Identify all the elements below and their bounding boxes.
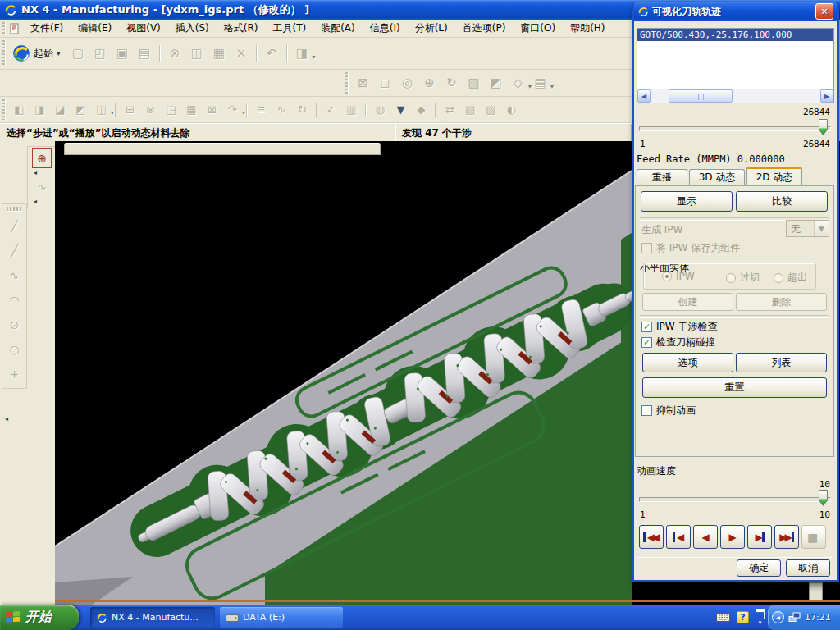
- gcode-hscrollbar[interactable]: ◀ ▶: [637, 89, 833, 103]
- generate-toolpath-icon[interactable]: ≡: [251, 100, 272, 120]
- holder-collision-checkbox[interactable]: ✓ 检查刀柄碰撞: [641, 336, 715, 349]
- motion-slider-track[interactable]: [639, 126, 831, 131]
- curve-tools-button[interactable]: ∿: [32, 177, 52, 197]
- delete-object-icon[interactable]: ⊠: [202, 100, 222, 120]
- magnify-icon[interactable]: ⊕: [418, 72, 441, 94]
- toolbar-collapse-arrow-icon[interactable]: ◂: [3, 414, 10, 423]
- speed-slider-track[interactable]: [639, 497, 831, 502]
- tab-3d-dynamic[interactable]: 3D 动态: [689, 169, 745, 185]
- create-program-icon[interactable]: ◧: [9, 100, 30, 120]
- snapshot-icon[interactable]: ◨: [291, 43, 313, 64]
- play-backward-button[interactable]: ◀: [693, 525, 718, 549]
- taskbar-task-nx[interactable]: NX 4 - Manufactu...: [90, 607, 215, 628]
- output-clsf-icon[interactable]: ▨: [481, 100, 501, 120]
- dialog-title-bar[interactable]: 可视化刀轨轨迹 ✕: [634, 2, 837, 21]
- circle-icon[interactable]: ○: [6, 337, 24, 362]
- collapsed-toolbar-strip[interactable]: [64, 143, 381, 155]
- template-settings-icon[interactable]: ◐: [501, 100, 522, 120]
- skip-to-end-button[interactable]: ▶▶: [774, 525, 799, 549]
- help-tray-icon[interactable]: ?: [737, 611, 749, 623]
- fit-view-icon[interactable]: ⊠: [352, 72, 374, 94]
- delete-icon[interactable]: ×: [231, 43, 253, 64]
- toolbar-grip[interactable]: [7, 207, 22, 212]
- stop-button[interactable]: ■: [801, 525, 826, 549]
- create-operation-icon[interactable]: ◫: [91, 100, 112, 120]
- menu-item[interactable]: 插入(S): [168, 19, 217, 38]
- wireframe-view-icon[interactable]: ◇: [507, 72, 529, 94]
- skip-to-start-button[interactable]: ◀◀: [639, 525, 664, 549]
- facet-radio[interactable]: 超出: [774, 271, 807, 285]
- paste-icon[interactable]: ▦: [208, 43, 231, 64]
- create-method-icon[interactable]: ◩: [71, 100, 91, 120]
- save-ipw-checkbox[interactable]: 将 IPW 保存为组件: [641, 241, 740, 255]
- new-file-icon[interactable]: ▢: [67, 43, 89, 64]
- delete-button[interactable]: 删除: [736, 293, 827, 311]
- shaded-view-icon[interactable]: ▧: [463, 72, 485, 94]
- restore-window-icon[interactable]: ▾: [756, 609, 765, 626]
- step-back-button[interactable]: ◀: [666, 525, 691, 549]
- close-icon[interactable]: ✕: [815, 3, 833, 20]
- taskbar-task-drive[interactable]: DATA (E:): [220, 607, 343, 628]
- keyboard-icon[interactable]: [716, 613, 730, 622]
- toolbar-collapse-arrow-icon[interactable]: ◂: [32, 197, 39, 206]
- paste-object-icon[interactable]: ▦: [181, 100, 202, 120]
- ipw-interference-checkbox[interactable]: ✓ IPW 干涉检查: [641, 320, 717, 334]
- gouge-check-icon[interactable]: ◆: [411, 100, 431, 120]
- open-file-icon[interactable]: ◰: [89, 43, 112, 64]
- cut-icon[interactable]: ⊗: [164, 43, 186, 64]
- print-icon[interactable]: ▤: [134, 43, 156, 64]
- show-button[interactable]: 显示: [641, 191, 733, 212]
- copy-object-icon[interactable]: ◳: [161, 100, 181, 120]
- scroll-right-icon[interactable]: ▶: [820, 89, 833, 103]
- list-output-icon[interactable]: ▥: [341, 100, 362, 120]
- play-forward-button[interactable]: ▶: [720, 525, 745, 549]
- machine-control-icon[interactable]: ◍: [370, 100, 390, 120]
- point-icon[interactable]: +: [6, 362, 24, 386]
- tab-replay[interactable]: 重播: [637, 169, 687, 185]
- menu-item[interactable]: 首选项(P): [455, 19, 514, 38]
- gcode-listbox[interactable]: GOTO/500.430,-25.176,100.000 ◀ ▶: [637, 28, 834, 103]
- toolbar-grip[interactable]: [345, 72, 349, 94]
- reset-button[interactable]: 重置: [642, 377, 827, 398]
- scroll-left-icon[interactable]: ◀: [637, 89, 651, 103]
- list-button[interactable]: 列表: [736, 353, 827, 372]
- ok-button[interactable]: 确定: [737, 559, 781, 577]
- toolbar-collapse-arrow-icon[interactable]: ◂: [32, 168, 39, 177]
- menu-item[interactable]: 文件(F): [23, 19, 71, 38]
- speed-slider-thumb[interactable]: [818, 489, 829, 507]
- rotate-view-icon[interactable]: ↻: [441, 72, 463, 94]
- scroll-thumb[interactable]: [669, 89, 733, 103]
- copy-icon[interactable]: ◫: [186, 43, 208, 64]
- create-tool-icon[interactable]: ◨: [30, 100, 50, 120]
- options-button[interactable]: 选项: [642, 353, 733, 372]
- zoom-circle-icon[interactable]: ◎: [396, 72, 418, 94]
- menu-item[interactable]: 帮助(H): [563, 19, 612, 38]
- motion-slider-thumb[interactable]: [818, 118, 829, 136]
- create-geometry-icon[interactable]: ◪: [50, 100, 71, 120]
- menu-grip[interactable]: [2, 22, 6, 34]
- generate-ipw-dropdown[interactable]: 无 ▼: [786, 220, 829, 237]
- shop-documentation-icon[interactable]: ▧: [460, 100, 481, 120]
- tray-collapse-icon[interactable]: ◀: [772, 611, 784, 623]
- edit-toolpath-icon[interactable]: ∿: [272, 100, 292, 120]
- zoom-box-icon[interactable]: ◻: [374, 72, 396, 94]
- compare-button[interactable]: 比较: [736, 191, 828, 212]
- visualize-toolpath-icon[interactable]: ▼: [390, 100, 411, 120]
- cut-object-icon[interactable]: ⊗: [140, 100, 161, 120]
- view-layout-icon[interactable]: ▤: [529, 72, 551, 94]
- menu-item[interactable]: 格式(R): [217, 19, 266, 38]
- arc-icon[interactable]: ◠: [6, 288, 24, 313]
- verify-toolpath-icon[interactable]: ✓: [321, 100, 341, 120]
- line-icon[interactable]: ╱: [6, 214, 24, 239]
- menu-item[interactable]: 编辑(E): [71, 19, 119, 38]
- line-midpoint-icon[interactable]: ╱: [6, 239, 24, 263]
- network-icon[interactable]: [788, 612, 801, 623]
- facet-radio[interactable]: 过切: [726, 271, 760, 285]
- menu-item[interactable]: 装配(A): [313, 19, 363, 38]
- menu-item[interactable]: 信息(I): [363, 19, 408, 38]
- create-button[interactable]: 创建: [642, 293, 733, 311]
- replay-toolpath-icon[interactable]: ↻: [292, 100, 313, 120]
- suppress-animation-checkbox[interactable]: 抑制动画: [641, 404, 696, 418]
- menu-item[interactable]: 工具(T): [265, 19, 313, 38]
- undo-icon[interactable]: ↶: [261, 43, 283, 64]
